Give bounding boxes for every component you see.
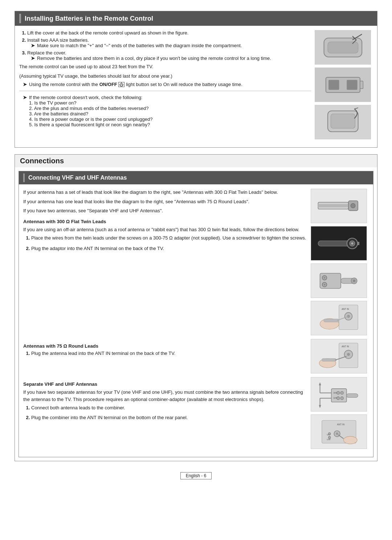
install-step-2: Install two AAA size batteries. ➤ Make s… [27,37,311,48]
vhf-section: Connecting VHF and UHF Antennas If your … [19,171,373,457]
remote-back-svg [318,32,368,63]
arrow-icon-1: ➤ [31,43,35,48]
divider-1 [19,91,311,91]
combiner-image: VHF UHF [311,377,367,412]
flat-twin-image [311,189,367,223]
footer-badge: English - 6 [180,472,212,479]
svg-rect-8 [347,80,357,90]
battery-svg: + − [318,70,368,100]
separate-step-1: Connect both antenna leads to the combin… [31,405,307,410]
vhf-intro3: If you have two antennas, see "Separate … [23,207,307,214]
flat-twin-desc: If you are using an off-air antenna (suc… [23,226,307,233]
footer-text: English - 6 [186,473,207,478]
svg-rect-45 [331,389,347,402]
separate-left: Separate VHF and UHF Antennas If you hav… [23,377,307,449]
install-step-3-arrow: ➤ Remove the batteries and store them in… [27,56,311,61]
svg-rect-52 [346,393,358,397]
install-header: Installing Batteries in the Remote Contr… [15,11,377,26]
troubleshoot-item-4: 4. Is there a power outage or is the pow… [29,116,152,122]
svg-point-27 [324,284,325,285]
troubleshoot-item-2: 2. Are the plus and minus ends of the ba… [29,106,152,111]
round-leads-step-1: Plug the antenna lead into the ANT IN te… [31,351,307,356]
svg-point-15 [351,203,355,208]
svg-point-49 [340,391,343,394]
flat-twin-steps: Place the wires from the twin leads unde… [23,235,307,251]
connections-section: Connections Connecting VHF and UHF Anten… [15,154,377,461]
svg-point-64 [336,433,338,435]
remote-back-image [315,30,371,65]
svg-text:ANT IN: ANT IN [342,345,349,347]
note1: The remote control can be used up to abo… [19,63,311,70]
svg-rect-36 [324,319,339,322]
troubleshoot-item-1: 1. Is the TV power on? [29,100,152,106]
svg-rect-7 [328,80,339,90]
vhf-intro1: If your antenna has a set of leads that … [23,189,307,196]
separate-images: VHF UHF [311,377,369,449]
svg-point-67 [328,433,330,435]
install-step-1: Lift the cover at the back of the remote… [27,30,311,36]
troubleshoot-content: If the remote control doesn't work, chec… [29,95,152,127]
arrow-icon-3: ➤ [23,82,27,87]
note3-text: Using the remote control with the ON/OFF… [29,82,242,87]
vhf-intro-left: If your antenna has a set of leads that … [23,189,307,335]
vhf-header: Connecting VHF and UHF Antennas [19,171,373,184]
separate-content: Separate VHF and UHF Antennas If you hav… [23,377,369,449]
install-steps-list: Lift the cover at the back of the remote… [19,30,311,61]
svg-point-48 [336,391,339,394]
ant-in-image: ANT IN [311,301,367,335]
round-lead-svg [314,228,364,259]
troubleshoot-item-5: 5. Is there a special fluorescent light … [29,122,152,127]
round-lead-image [311,226,367,261]
install-left: Lift the cover at the back of the remote… [19,30,311,139]
svg-rect-10 [331,114,355,128]
vhf-intro2: If your antenna has one lead that looks … [23,198,307,205]
battery-image: + − [315,68,371,102]
install-images: + − [315,30,373,139]
svg-point-65 [343,436,357,444]
vhf-body: If your antenna has a set of leads that … [19,184,373,457]
combiner-svg: VHF UHF [314,379,364,410]
svg-point-50 [336,397,339,400]
svg-rect-21 [358,243,359,244]
separate-step-2: Plug the combiner into the ANT IN termin… [31,415,307,420]
round-leads-header: Antennas with 75 Ω Round Leads [23,343,307,349]
separate-steps: Connect both antenna leads to the combin… [23,405,307,420]
adapter-image [311,263,367,298]
round-leads-ant-svg: ANT IN [314,341,364,372]
svg-point-25 [324,277,325,278]
round-leads-images: ANT IN [311,339,369,373]
ant-in-svg: ANT IN [314,303,364,334]
separate-header: Separate VHF and UHF Antennas [23,381,307,387]
ant-in-panel-image: ANT IN VHF UHF [311,414,367,449]
svg-rect-13 [318,204,348,207]
svg-point-51 [340,397,343,400]
flat-twin-step-2: Plug the adaptor into the ANT IN termina… [31,246,307,251]
svg-marker-58 [319,405,321,408]
arrow-icon-2: ➤ [31,56,35,61]
vhf-intro-content: If your antenna has a set of leads that … [23,189,369,335]
note2: (Assuming typical TV usage, the batterie… [19,73,311,80]
troubleshoot-item-3: 3. Are the batteries drained? [29,111,152,116]
svg-text:ANT IN: ANT IN [337,423,344,426]
install-content: Lift the cover at the back of the remote… [19,30,373,139]
svg-point-19 [351,242,353,244]
troubleshoot-list: 1. Is the TV power on? 2. Are the plus a… [29,100,152,127]
svg-point-30 [353,279,355,282]
troubleshoot-arrow: ➤ If the remote control doesn't work, ch… [19,95,311,127]
arrow-icon-4: ➤ [23,95,27,127]
flat-twin-svg [314,191,364,221]
round-leads-steps: Plug the antenna lead into the ANT IN te… [23,351,307,356]
remote-open-image [315,105,371,139]
svg-rect-20 [358,242,359,242]
round-leads-left: Antennas with 75 Ω Round Leads Plug the … [23,339,307,373]
flat-twin-step-1: Place the wires from the twin leads unde… [31,235,307,241]
install-step-3: Replace the cover. ➤ Remove the batterie… [27,50,311,61]
remote-open-svg [318,107,368,138]
connections-title: Connections [15,155,377,167]
svg-rect-4 [360,81,363,89]
round-leads-content: Antennas with 75 Ω Round Leads Plug the … [23,339,369,373]
svg-line-11 [354,108,358,109]
svg-text:UHF: UHF [327,438,331,441]
install-body: Lift the cover at the back of the remote… [15,26,377,147]
adapter-svg [314,266,364,296]
